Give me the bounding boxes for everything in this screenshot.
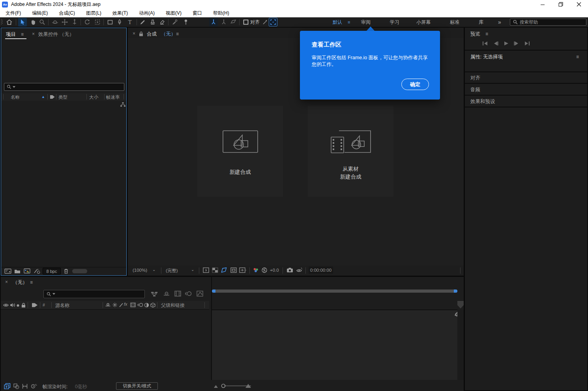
tab-project[interactable]: 项目 (6, 31, 16, 38)
new-folder-icon[interactable] (14, 269, 21, 274)
view-axis-mode-button[interactable] (229, 18, 238, 26)
tab-composition[interactable]: 合成 (147, 31, 157, 38)
composition-panel-menu-icon[interactable]: ≡ (176, 31, 179, 37)
help-search-box[interactable] (510, 19, 586, 26)
minimize-button[interactable] (534, 0, 552, 9)
workspace-tab-learn[interactable]: 学习 (390, 17, 399, 27)
show-snapshot-icon[interactable] (296, 267, 303, 273)
zoom-in-mountain-icon[interactable] (245, 383, 251, 388)
comp-marker-bin[interactable] (457, 301, 464, 308)
fast-preview-icon[interactable] (203, 267, 210, 273)
color-depth-icon[interactable] (34, 268, 40, 274)
guides-grid-options-icon[interactable] (239, 267, 246, 273)
expand-transfer-controls-icon[interactable] (13, 383, 19, 389)
orbit-camera-tool[interactable] (51, 18, 59, 26)
project-search-box[interactable] (4, 83, 124, 91)
pan-behind-tool[interactable] (93, 18, 102, 26)
zoom-out-mountain-icon[interactable] (214, 385, 218, 388)
exposure-icon[interactable] (261, 267, 268, 273)
rotation-tool[interactable] (83, 18, 92, 26)
zoom-level-dropdown[interactable]: (100%) (133, 268, 147, 273)
time-ruler[interactable] (212, 301, 457, 309)
puppet-pin-tool[interactable] (182, 18, 190, 26)
menu-composition[interactable]: 合成(C) (53, 9, 81, 17)
workspace-default-menu-icon[interactable]: ≡ (348, 17, 350, 27)
help-search-input[interactable] (520, 20, 583, 24)
scrollbar-right-handle[interactable] (454, 289, 457, 293)
expand-layer-switches-icon[interactable] (4, 383, 11, 389)
tab-effects-presets[interactable]: 效果和预设 (470, 98, 495, 105)
sort-ascending-icon[interactable]: ▲ (41, 95, 45, 99)
previous-frame-icon[interactable] (493, 41, 499, 46)
world-axis-mode-button[interactable] (219, 18, 228, 26)
video-eye-icon[interactable] (3, 303, 9, 307)
preview-panel-menu-icon[interactable]: ≡ (485, 31, 488, 37)
project-panel-menu-icon[interactable]: ≡ (21, 32, 24, 37)
menu-help[interactable]: 帮助(H) (208, 9, 235, 17)
dialog-ok-button[interactable]: 确定 (401, 79, 429, 90)
footer-scrollbar-thumb[interactable] (72, 269, 87, 273)
timeline-search-box[interactable] (43, 290, 145, 298)
label-column-icon[interactable] (50, 95, 55, 99)
tab-timeline[interactable]: （无） (13, 279, 28, 286)
dolly-camera-tool[interactable] (70, 18, 79, 26)
audio-speaker-icon[interactable] (10, 303, 15, 308)
snapshot-camera-icon[interactable] (287, 267, 293, 273)
menu-file[interactable]: 文件(F) (0, 9, 26, 17)
project-search-input[interactable] (17, 85, 112, 89)
play-icon[interactable] (504, 41, 509, 46)
lock-column-icon[interactable] (21, 303, 26, 308)
menu-animation[interactable]: 动画(A) (133, 9, 160, 17)
timecode-display[interactable]: 0:00:00:00 (309, 267, 333, 274)
exposure-value[interactable]: +0.0 (270, 268, 279, 273)
scrollbar-left-handle[interactable] (212, 289, 215, 293)
properties-panel-menu-icon[interactable]: ≡ (576, 54, 579, 60)
home-tool[interactable] (5, 18, 13, 26)
lock-icon[interactable] (139, 31, 143, 36)
column-number[interactable]: # (43, 303, 45, 307)
pen-tool[interactable] (115, 18, 124, 26)
selection-tool[interactable] (18, 18, 27, 26)
menu-window[interactable]: 窗口 (187, 9, 208, 17)
snap-to-features-button[interactable] (269, 18, 277, 26)
mini-flowchart-icon[interactable] (151, 291, 158, 297)
project-flowchart-icon[interactable] (120, 102, 125, 107)
frame-blending-icon[interactable] (174, 291, 181, 297)
tab-properties[interactable]: 属性: 无选择项 (470, 54, 503, 60)
zoom-tool[interactable] (38, 18, 47, 26)
search-options-caret-icon[interactable] (52, 293, 55, 295)
new-composition-icon[interactable] (24, 268, 30, 274)
rectangle-tool[interactable] (106, 18, 114, 26)
tab-effect-controls[interactable]: 效果控件 （无） (38, 31, 74, 38)
tab-audio[interactable]: 音频 (470, 86, 480, 93)
graph-editor-icon[interactable] (197, 291, 203, 297)
expand-in-out-panes-icon[interactable] (22, 383, 28, 389)
workspace-tab-standard[interactable]: 标准 (450, 17, 459, 27)
hand-tool[interactable] (28, 18, 37, 26)
roto-brush-tool[interactable] (170, 18, 179, 26)
workspace-tab-small-screen[interactable]: 小屏幕 (416, 17, 431, 27)
column-size[interactable]: 大小 (89, 94, 98, 100)
menu-edit[interactable]: 编辑(E) (26, 9, 53, 17)
workspace-tab-review[interactable]: 审阅 (361, 17, 371, 27)
column-frame-rate[interactable]: 帧速率 (106, 94, 120, 100)
menu-effect[interactable]: 效果(T) (107, 9, 133, 17)
motion-blur-icon[interactable] (185, 291, 192, 297)
mask-path-visibility-icon[interactable] (221, 267, 227, 273)
timeline-vertical-scrollbar[interactable] (457, 310, 464, 380)
layer-area[interactable] (212, 310, 457, 380)
eraser-tool[interactable] (158, 18, 167, 26)
toolbar-grip-icon[interactable] (1, 19, 3, 26)
interpret-footage-icon[interactable] (4, 269, 11, 274)
transparency-grid-icon[interactable] (212, 267, 218, 273)
solo-icon[interactable] (17, 304, 19, 307)
close-button[interactable] (570, 0, 588, 9)
tab-preview[interactable]: 预览 (470, 31, 480, 38)
timeline-search-input[interactable] (57, 292, 137, 297)
next-frame-icon[interactable] (513, 41, 519, 46)
type-tool[interactable]: T (125, 18, 134, 26)
new-composition-from-footage-tile[interactable]: 从素材新建合成 (308, 106, 393, 197)
column-type[interactable]: 类型 (58, 94, 67, 100)
bit-depth-button[interactable]: 8 bpc (43, 268, 61, 274)
tab-align[interactable]: 对齐 (470, 75, 480, 81)
